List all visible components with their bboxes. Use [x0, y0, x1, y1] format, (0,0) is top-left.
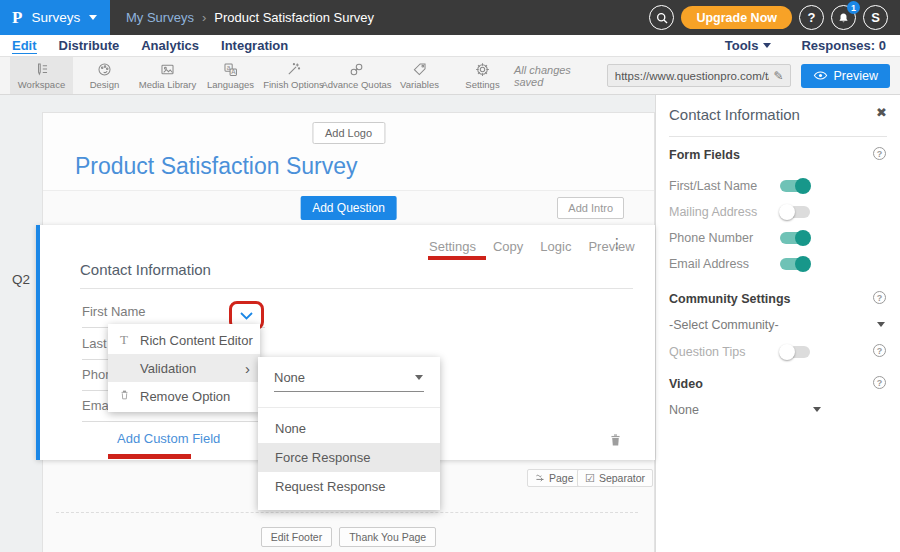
- option-request-response[interactable]: Request Response: [258, 472, 440, 501]
- toolbar-right: All changes saved ✎ Preview: [514, 57, 900, 94]
- chevron-down-icon[interactable]: [813, 407, 821, 412]
- upgrade-now-button[interactable]: Upgrade Now: [681, 6, 792, 29]
- chevron-down-icon[interactable]: [877, 322, 885, 327]
- close-icon[interactable]: ✖: [876, 105, 887, 120]
- eye-icon: [813, 69, 828, 82]
- product-switcher[interactable]: P Surveys: [0, 0, 110, 35]
- tab-edit[interactable]: Edit: [12, 38, 37, 54]
- survey-title[interactable]: Product Satisfaction Survey: [75, 153, 358, 180]
- toggle-email-address[interactable]: [780, 258, 810, 270]
- option-none[interactable]: None: [258, 414, 440, 443]
- video-dropdown[interactable]: None: [669, 403, 699, 417]
- questionpro-logo-icon: P: [12, 8, 22, 28]
- toolbar-label: Advance Quotas: [321, 79, 391, 90]
- search-button[interactable]: [649, 5, 674, 30]
- toggle-question-tips[interactable]: [780, 346, 810, 358]
- thank-you-page-button[interactable]: Thank You Page: [339, 527, 436, 547]
- toolbar-languages[interactable]: aA Languages: [199, 57, 262, 94]
- question-logic-link[interactable]: Logic: [540, 239, 571, 254]
- help-icon[interactable]: ?: [873, 344, 886, 357]
- toggle-knob: [795, 230, 811, 246]
- nav-tabs: Edit Distribute Analytics Integration: [12, 38, 288, 54]
- toolbar-finish-options[interactable]: Finish Options: [262, 57, 325, 94]
- tools-menu[interactable]: Tools: [725, 38, 772, 53]
- toggle-phone-number[interactable]: [780, 232, 810, 244]
- menu-item-rich-content-editor[interactable]: T Rich Content Editor: [108, 326, 260, 354]
- toolbar-label: Media Library: [139, 79, 197, 90]
- field-options-chevron-icon[interactable]: [240, 312, 253, 320]
- toolbar-settings[interactable]: Settings: [451, 57, 514, 94]
- toolbar-label: Finish Options: [263, 79, 324, 90]
- delete-question-button[interactable]: [608, 432, 623, 452]
- add-question-button[interactable]: Add Question: [300, 196, 397, 220]
- question-settings-link[interactable]: Settings: [429, 239, 476, 254]
- trash-icon: [608, 432, 623, 448]
- tab-analytics[interactable]: Analytics: [141, 38, 199, 54]
- user-avatar[interactable]: S: [863, 5, 888, 30]
- trash-icon: [108, 389, 140, 404]
- question-copy-link[interactable]: Copy: [493, 239, 523, 254]
- form-fields-heading: Form Fields: [669, 148, 740, 162]
- toolbar-items: Workspace Design Media Library aA Langua…: [10, 57, 514, 94]
- languages-icon: aA: [222, 61, 239, 78]
- annotation-underline-add-custom-field: [108, 454, 191, 459]
- toolbar-variables[interactable]: Variables: [388, 57, 451, 94]
- top-bar: P Surveys My Surveys › Product Satisfact…: [0, 0, 900, 35]
- toggle-first-last-name[interactable]: [780, 180, 810, 192]
- breadcrumb-my-surveys[interactable]: My Surveys: [126, 10, 194, 25]
- notifications-button[interactable]: 1: [831, 5, 856, 30]
- responses-count[interactable]: Responses: 0: [801, 38, 886, 53]
- section-nav: Edit Distribute Analytics Integration To…: [0, 35, 900, 57]
- help-button[interactable]: ?: [799, 5, 824, 30]
- help-icon[interactable]: ?: [873, 291, 886, 304]
- validation-options: None Force Response Request Response: [258, 407, 440, 510]
- question-more-menu[interactable]: ⋮: [610, 235, 624, 251]
- tab-distribute[interactable]: Distribute: [59, 38, 120, 54]
- svg-text:A: A: [231, 68, 236, 75]
- question-mark-icon: ?: [808, 10, 816, 25]
- toggle-label-mailing-address: Mailing Address: [669, 205, 757, 219]
- survey-url-input[interactable]: [608, 70, 774, 82]
- footer-buttons: Edit Footer Thank You Page: [42, 527, 655, 547]
- toggle-mailing-address[interactable]: [780, 206, 810, 218]
- add-logo-button[interactable]: Add Logo: [312, 122, 385, 144]
- validation-select[interactable]: None: [274, 370, 424, 392]
- toggle-label-first-last-name: First/Last Name: [669, 179, 757, 193]
- add-custom-field-link[interactable]: Add Custom Field: [117, 431, 220, 446]
- select-community-dropdown[interactable]: -Select Community-: [669, 318, 779, 332]
- tab-integration[interactable]: Integration: [221, 38, 288, 54]
- separator-button[interactable]: ☑ Separator: [577, 469, 653, 487]
- help-icon[interactable]: ?: [873, 147, 886, 160]
- breadcrumb-current-survey: Product Satisfaction Survey: [214, 10, 374, 25]
- toolbar-media-library[interactable]: Media Library: [136, 57, 199, 94]
- edit-footer-button[interactable]: Edit Footer: [261, 527, 332, 547]
- option-force-response[interactable]: Force Response: [258, 443, 440, 472]
- help-icon[interactable]: ?: [873, 376, 886, 389]
- sidebar-title: Contact Information: [669, 106, 800, 123]
- menu-item-label: Rich Content Editor: [140, 333, 253, 348]
- toggle-knob: [795, 178, 811, 194]
- toolbar-advance-quotas[interactable]: Advance Quotas: [325, 57, 388, 94]
- toolbar-workspace[interactable]: Workspace: [10, 57, 73, 94]
- workspace-icon: [33, 61, 50, 78]
- question-code: Q2: [12, 272, 30, 287]
- question-actions: Settings Copy Logic Preview: [429, 239, 635, 254]
- text-editor-icon: T: [108, 332, 140, 348]
- preview-button[interactable]: Preview: [801, 64, 890, 88]
- product-name: Surveys: [31, 10, 80, 25]
- menu-item-validation[interactable]: Validation ›: [108, 354, 260, 382]
- toolbar-design[interactable]: Design: [73, 57, 136, 94]
- edit-url-icon[interactable]: ✎: [773, 69, 789, 83]
- chevron-down-icon: [89, 15, 97, 20]
- add-intro-button[interactable]: Add Intro: [557, 197, 624, 219]
- notification-count-badge: 1: [847, 1, 860, 14]
- toolbar-label: Workspace: [18, 79, 65, 90]
- toggle-label-email-address: Email Address: [669, 257, 749, 271]
- question-divider: [80, 288, 633, 289]
- question-title[interactable]: Contact Information: [80, 261, 211, 278]
- finish-options-icon: [285, 61, 302, 78]
- questionpro-survey-editor: P Surveys My Surveys › Product Satisfact…: [0, 0, 900, 552]
- video-heading: Video: [669, 377, 703, 391]
- menu-item-remove-option[interactable]: Remove Option: [108, 382, 260, 410]
- preview-label: Preview: [834, 69, 878, 83]
